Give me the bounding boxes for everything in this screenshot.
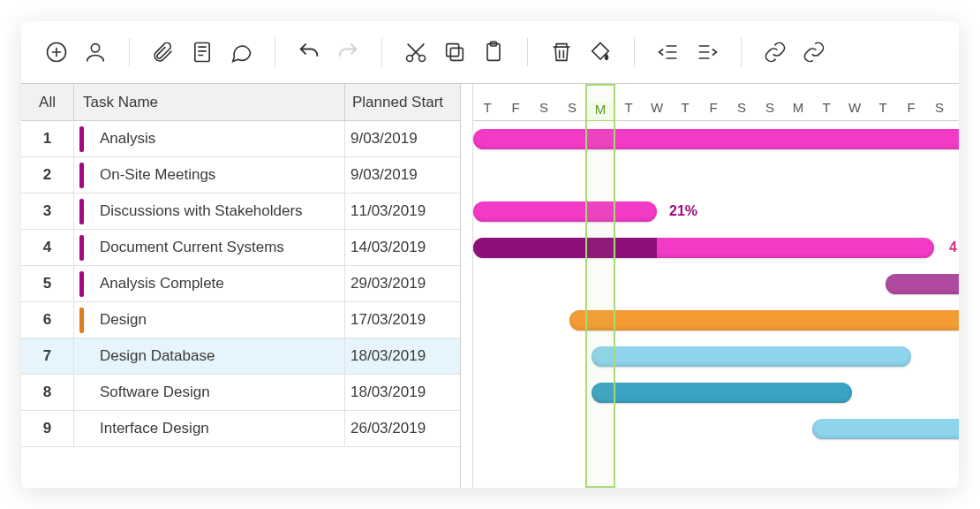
row-name-cell[interactable]: On-Site Meetings (74, 157, 345, 193)
table-row[interactable]: 8Software Design18/03/2019 (21, 375, 460, 411)
gantt-bar[interactable] (473, 201, 657, 222)
day-header: T (473, 100, 501, 120)
gantt-row: 4 (473, 230, 959, 266)
gantt-row (473, 302, 959, 338)
color-stripe (79, 235, 84, 261)
task-name: Analysis (100, 130, 155, 148)
pane-splitter[interactable] (461, 84, 473, 488)
day-header: S (925, 100, 954, 120)
row-date-cell[interactable]: 29/03/2019 (345, 266, 460, 301)
svg-point-3 (91, 44, 99, 52)
row-name-cell[interactable]: Analysis Complete (74, 266, 345, 301)
day-header: W (643, 100, 671, 120)
color-stripe (79, 126, 84, 152)
row-name-cell[interactable]: Analysis (74, 121, 345, 156)
row-index: 2 (21, 157, 74, 193)
table-row[interactable]: 2On-Site Meetings9/03/2019 (21, 157, 460, 194)
color-stripe (79, 199, 84, 224)
gantt-bar[interactable] (592, 346, 911, 367)
redo-icon[interactable] (330, 34, 366, 70)
task-table: All Task Name Planned Start 1Analysis9/0… (21, 84, 461, 488)
gantt-row (473, 266, 959, 302)
separator (275, 38, 275, 66)
row-index: 4 (21, 230, 74, 265)
paste-icon[interactable] (476, 34, 511, 70)
row-name-cell[interactable]: Design (74, 302, 345, 338)
unlink-icon[interactable] (796, 34, 832, 70)
table-row[interactable]: 5Analysis Complete29/03/2019 (21, 266, 460, 302)
gantt-bar-label: 4 (949, 239, 957, 255)
table-row[interactable]: 3Discussions with Stakeholders11/03/2019 (21, 194, 460, 230)
day-header: S (756, 100, 784, 120)
row-date-cell[interactable]: 18/03/2019 (345, 375, 460, 410)
header-all[interactable]: All (21, 84, 74, 120)
attach-icon[interactable] (146, 34, 181, 70)
row-date-cell[interactable]: 18/03/2019 (345, 338, 460, 374)
gantt-row (473, 338, 959, 375)
row-name-cell[interactable]: Design Database (74, 338, 345, 374)
gantt-bar[interactable] (473, 238, 934, 258)
svg-rect-13 (447, 44, 459, 57)
separator (129, 38, 130, 66)
gantt-bar[interactable] (569, 310, 959, 330)
row-date-cell[interactable]: 17/03/2019 (345, 302, 460, 338)
undo-icon[interactable] (291, 34, 327, 70)
day-header: W (841, 100, 869, 120)
gantt-bar-label: 21% (669, 203, 697, 219)
user-icon[interactable] (78, 34, 113, 70)
delete-icon[interactable] (544, 34, 579, 70)
table-row[interactable]: 7Design Database18/03/2019 (21, 338, 460, 375)
row-date-cell[interactable]: 26/03/2019 (345, 411, 460, 446)
task-name: Document Current Systems (100, 239, 284, 256)
row-name-cell[interactable]: Software Design (74, 375, 345, 410)
svg-rect-4 (195, 43, 209, 62)
add-icon[interactable] (39, 34, 74, 70)
table-header: All Task Name Planned Start (21, 84, 460, 121)
day-header: M (784, 100, 812, 120)
gantt-row (473, 121, 959, 157)
row-date-cell[interactable]: 9/03/2019 (345, 121, 460, 156)
gantt-row (473, 157, 959, 194)
table-row[interactable]: 9Interface Design26/03/2019 (21, 411, 460, 447)
task-name: On-Site Meetings (100, 166, 215, 184)
gantt-bar[interactable] (473, 129, 959, 149)
color-stripe (79, 271, 84, 297)
task-name: Interface Design (100, 420, 209, 437)
gantt-bar[interactable] (592, 383, 851, 403)
cut-icon[interactable] (398, 34, 433, 70)
indent-icon[interactable] (690, 34, 725, 70)
table-row[interactable]: 1Analysis9/03/2019 (21, 121, 460, 157)
row-date-cell[interactable]: 14/03/2019 (345, 230, 460, 265)
row-date-cell[interactable]: 11/03/2019 (345, 194, 460, 229)
comment-icon[interactable] (223, 34, 259, 70)
row-name-cell[interactable]: Discussions with Stakeholders (74, 194, 345, 229)
color-stripe (79, 163, 84, 188)
row-date-cell[interactable]: 9/03/2019 (345, 157, 460, 193)
gantt-bar[interactable] (812, 419, 959, 439)
row-name-cell[interactable]: Document Current Systems (74, 230, 345, 265)
separator (634, 38, 635, 66)
row-index: 9 (21, 411, 74, 446)
day-header: T (671, 100, 699, 120)
separator (741, 38, 742, 66)
row-name-cell[interactable]: Interface Design (74, 411, 345, 446)
gantt-pane: TFSSMTWTFSSMTWTFSS 21%4 M (473, 84, 959, 488)
day-header: S (727, 100, 756, 120)
color-stripe (79, 308, 84, 333)
outdent-icon[interactable] (651, 34, 686, 70)
gantt-progress (473, 238, 657, 258)
table-row[interactable]: 4Document Current Systems14/03/2019 (21, 230, 460, 266)
gantt-bar[interactable] (886, 274, 959, 294)
gantt-row (473, 375, 959, 411)
day-header: T (812, 100, 841, 120)
header-planned-start[interactable]: Planned Start (345, 84, 460, 120)
notes-icon[interactable] (185, 34, 220, 70)
link-icon[interactable] (758, 34, 793, 70)
task-name: Design Database (100, 347, 215, 365)
table-row[interactable]: 6Design17/03/2019 (21, 302, 460, 338)
fill-icon[interactable] (583, 34, 618, 70)
copy-icon[interactable] (437, 34, 472, 70)
header-task-name[interactable]: Task Name (74, 84, 345, 120)
task-name: Discussions with Stakeholders (100, 202, 303, 220)
row-index: 7 (21, 338, 74, 374)
